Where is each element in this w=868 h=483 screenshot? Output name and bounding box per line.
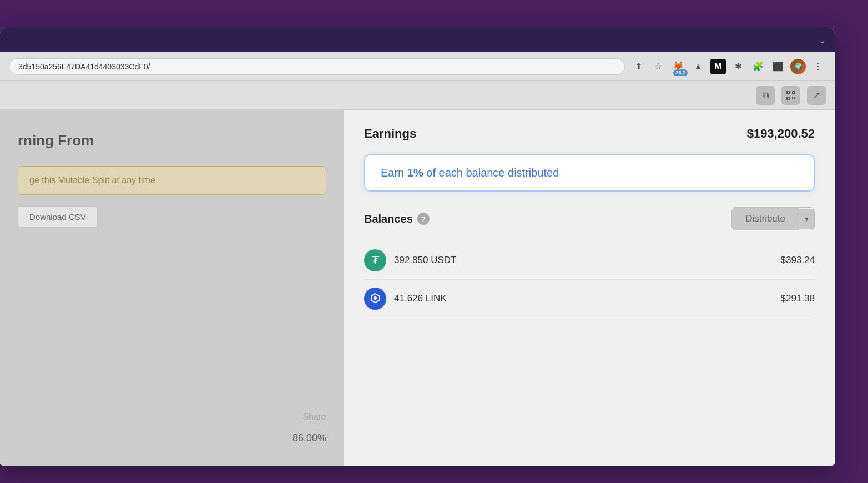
svg-rect-9 [794,98,795,99]
sidebar-icon[interactable]: ⬛ [770,59,786,74]
table-row: 41.626 LINK $291.38 [364,280,815,318]
svg-rect-7 [794,97,795,98]
right-panel: Earnings $193,200.52 Earn 1% of each bal… [344,110,835,466]
svg-rect-8 [792,98,793,99]
help-icon[interactable]: ? [417,213,430,225]
browser-toolbar-icons: ⬆ ☆ 🦊 26.2 ▲ M ✱ 🧩 ⬛ 🌍 ⋮ [630,59,826,74]
distribute-dropdown-button[interactable]: ▾ [799,209,814,229]
table-row: ₮ 392.850 USDT $393.24 [364,242,815,280]
svg-rect-3 [788,92,789,93]
address-bar: 3d5150a256F47DA41d4403033CdF0/ ⬆ ☆ 🦊 26.… [0,52,835,81]
left-panel: rning From ge this Mutable Split at any … [0,110,344,466]
share-label: Share [302,412,326,422]
medium-icon[interactable]: M [710,59,726,74]
bookmark-icon[interactable]: ☆ [650,59,666,74]
more-menu-icon[interactable]: ⋮ [810,59,826,74]
tooltip-text: Earn 1% of each balance distributed [381,167,559,179]
main-content: rning From ge this Mutable Split at any … [0,110,835,466]
token-list: ₮ 392.850 USDT $393.24 41.626 LINK $291.… [364,242,815,318]
browser-titlebar: ⌄ [0,28,835,52]
mutable-split-banner: ge this Mutable Split at any time [18,166,326,195]
balances-row: Balances ? Distribute ▾ [364,207,815,230]
profile-avatar[interactable]: 🌍 [790,59,806,74]
usdt-token-icon: ₮ [364,249,386,271]
svg-rect-5 [788,98,789,99]
extension-panel: ⧉ ↗ [0,81,835,110]
external-link-icon[interactable]: ↗ [807,86,826,105]
download-csv-button[interactable]: Download CSV [18,206,98,228]
copy-icon[interactable]: ⧉ [756,86,775,105]
usdt-amount: 392.850 USDT [394,255,781,266]
qr-code-icon[interactable] [781,86,800,105]
browser-window: ⌄ 3d5150a256F47DA41d4403033CdF0/ ⬆ ☆ 🦊 2… [0,28,835,466]
svg-point-11 [374,296,377,300]
puzzle-icon[interactable]: 🧩 [750,59,766,74]
avatar-image: 🌍 [794,63,803,71]
link-value: $291.38 [781,293,815,304]
balances-label: Balances [364,213,413,225]
link-amount: 41.626 LINK [394,293,781,304]
dim-overlay [0,110,344,466]
usdt-value: $393.24 [781,255,815,266]
earnings-value: $193,200.52 [747,127,815,141]
chevron-down-icon[interactable]: ⌄ [819,35,826,46]
distribute-button-group: Distribute ▾ [731,207,815,230]
alert-icon[interactable]: ▲ [690,59,706,74]
earnings-row: Earnings $193,200.52 [364,127,815,141]
link-token-icon [364,288,386,310]
metamask-badge: 26.2 [673,69,688,76]
metamask-extension-icon[interactable]: 🦊 26.2 [670,59,686,74]
share-icon[interactable]: ⬆ [630,59,646,74]
distribute-button[interactable]: Distribute [732,208,799,230]
earnings-label: Earnings [364,127,416,141]
balances-label-group: Balances ? [364,213,430,225]
svg-rect-6 [792,97,793,98]
address-text: 3d5150a256F47DA41d4403033CdF0/ [18,62,150,71]
svg-rect-4 [793,92,794,93]
info-tooltip-box: Earn 1% of each balance distributed [364,154,815,192]
section-title: rning From [18,132,326,149]
asterisk-icon[interactable]: ✱ [730,59,746,74]
share-percent: 86.00% [292,432,326,444]
address-field[interactable]: 3d5150a256F47DA41d4403033CdF0/ [9,58,625,75]
